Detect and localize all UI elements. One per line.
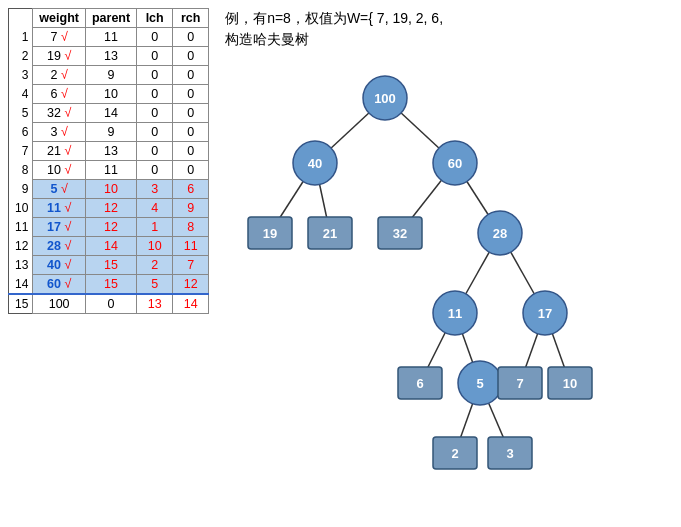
table-section: weight parent lch rch 17 √1100219 √13003… [8, 8, 209, 519]
cell-lch: 2 [137, 256, 173, 275]
tree-container: 10040601921322811176571023 [225, 58, 605, 488]
cell-lch: 0 [137, 123, 173, 142]
cell-rch: 0 [173, 104, 209, 123]
row-num: 6 [9, 123, 33, 142]
cell-weight: 2 √ [33, 66, 86, 85]
row-num: 13 [9, 256, 33, 275]
row-num: 12 [9, 237, 33, 256]
cell-lch: 0 [137, 161, 173, 180]
cell-weight: 32 √ [33, 104, 86, 123]
col-rch: rch [173, 9, 209, 28]
cell-rch: 6 [173, 180, 209, 199]
row-num: 2 [9, 47, 33, 66]
desc-line2: 构造哈夫曼树 [225, 29, 673, 50]
cell-rch: 11 [173, 237, 209, 256]
cell-lch: 3 [137, 180, 173, 199]
cell-rch: 8 [173, 218, 209, 237]
row-num: 10 [9, 199, 33, 218]
tree-node-label: 10 [563, 376, 577, 391]
row-num: 11 [9, 218, 33, 237]
desc-line1: 例，有n=8，权值为W={ 7, 19, 2, 6, [225, 8, 673, 29]
row-num: 1 [9, 28, 33, 47]
cell-parent: 15 [85, 275, 136, 295]
cell-weight: 10 √ [33, 161, 86, 180]
cell-lch: 0 [137, 28, 173, 47]
cell-rch: 7 [173, 256, 209, 275]
cell-parent: 10 [85, 180, 136, 199]
cell-weight: 11 √ [33, 199, 86, 218]
cell-lch: 0 [137, 47, 173, 66]
cell-rch: 0 [173, 142, 209, 161]
cell-lch: 4 [137, 199, 173, 218]
tree-node-label: 17 [538, 306, 552, 321]
cell-lch: 0 [137, 142, 173, 161]
huffman-table: weight parent lch rch 17 √1100219 √13003… [8, 8, 209, 314]
cell-parent: 13 [85, 142, 136, 161]
tree-node-label: 32 [393, 226, 407, 241]
tree-node-label: 11 [448, 306, 462, 321]
cell-parent: 11 [85, 161, 136, 180]
cell-lch: 13 [137, 294, 173, 314]
cell-parent: 12 [85, 199, 136, 218]
row-num: 15 [9, 294, 33, 314]
cell-rch: 0 [173, 47, 209, 66]
cell-parent: 14 [85, 237, 136, 256]
tree-node-label: 19 [263, 226, 277, 241]
col-parent: parent [85, 9, 136, 28]
cell-lch: 5 [137, 275, 173, 295]
cell-rch: 12 [173, 275, 209, 295]
cell-parent: 10 [85, 85, 136, 104]
cell-weight: 3 √ [33, 123, 86, 142]
cell-rch: 0 [173, 123, 209, 142]
cell-lch: 0 [137, 104, 173, 123]
description: 例，有n=8，权值为W={ 7, 19, 2, 6, 构造哈夫曼树 [225, 8, 673, 50]
tree-svg: 10040601921322811176571023 [225, 58, 605, 488]
cell-weight: 40 √ [33, 256, 86, 275]
cell-rch: 0 [173, 161, 209, 180]
tree-node-label: 28 [493, 226, 507, 241]
cell-weight: 19 √ [33, 47, 86, 66]
cell-rch: 0 [173, 66, 209, 85]
tree-section: 例，有n=8，权值为W={ 7, 19, 2, 6, 构造哈夫曼树 100406… [225, 8, 673, 519]
cell-parent: 0 [85, 294, 136, 314]
cell-lch: 1 [137, 218, 173, 237]
cell-parent: 11 [85, 28, 136, 47]
cell-rch: 0 [173, 28, 209, 47]
row-num: 5 [9, 104, 33, 123]
cell-weight: 7 √ [33, 28, 86, 47]
tree-node-label: 3 [507, 446, 514, 461]
cell-weight: 100 [33, 294, 86, 314]
tree-node-label: 6 [417, 376, 424, 391]
tree-node-label: 7 [517, 376, 524, 391]
row-num: 7 [9, 142, 33, 161]
row-num: 3 [9, 66, 33, 85]
cell-weight: 5 √ [33, 180, 86, 199]
tree-node-label: 60 [448, 156, 462, 171]
row-num: 14 [9, 275, 33, 295]
cell-weight: 21 √ [33, 142, 86, 161]
tree-node-label: 5 [477, 376, 484, 391]
cell-weight: 28 √ [33, 237, 86, 256]
cell-parent: 15 [85, 256, 136, 275]
row-num: 9 [9, 180, 33, 199]
cell-lch: 0 [137, 85, 173, 104]
cell-parent: 9 [85, 66, 136, 85]
col-weight: weight [33, 9, 86, 28]
cell-lch: 10 [137, 237, 173, 256]
cell-weight: 60 √ [33, 275, 86, 295]
tree-node-label: 40 [308, 156, 322, 171]
cell-parent: 13 [85, 47, 136, 66]
cell-parent: 9 [85, 123, 136, 142]
cell-weight: 17 √ [33, 218, 86, 237]
cell-rch: 0 [173, 85, 209, 104]
cell-rch: 14 [173, 294, 209, 314]
tree-node-label: 2 [452, 446, 459, 461]
cell-weight: 6 √ [33, 85, 86, 104]
tree-node-label: 100 [374, 91, 396, 106]
cell-parent: 12 [85, 218, 136, 237]
col-lch: lch [137, 9, 173, 28]
row-num: 8 [9, 161, 33, 180]
cell-rch: 9 [173, 199, 209, 218]
tree-node-label: 21 [323, 226, 337, 241]
row-num: 4 [9, 85, 33, 104]
